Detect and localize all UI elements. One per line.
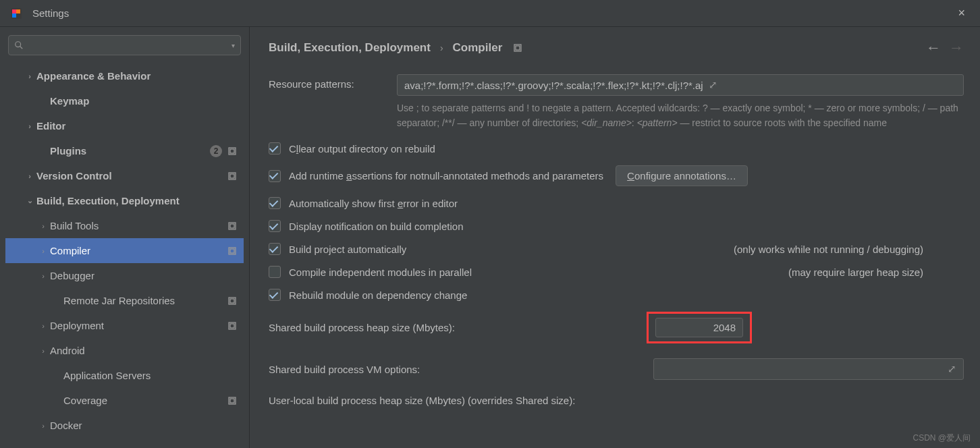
rebuild-dep-checkbox[interactable] <box>269 289 281 301</box>
resource-patterns-input[interactable]: ava;!?*.form;!?*.class;!?*.groovy;!?*.sc… <box>397 74 964 96</box>
parallel-label: Compile independent modules in parallel <box>289 267 472 278</box>
vm-options-label: Shared build process VM options: <box>269 364 653 375</box>
chevron-icon: › <box>24 122 35 130</box>
chevron-icon: › <box>38 347 49 355</box>
settings-tree: ›Appearance & BehaviorKeymap›EditorPlugi… <box>5 63 244 440</box>
window-title: Settings <box>32 7 69 19</box>
close-icon[interactable]: × <box>952 3 971 23</box>
clear-output-label: Cllear output directory on rebuild <box>289 143 435 155</box>
sidebar-item[interactable]: ›Deployment <box>5 313 244 338</box>
search-input[interactable]: ▾ <box>8 35 241 55</box>
parallel-note: (may require larger heap size) <box>788 267 964 278</box>
chevron-icon: › <box>38 272 49 280</box>
build-auto-label: Build project automatically <box>289 244 406 255</box>
resource-patterns-row: Resource patterns: ava;!?*.form;!?*.clas… <box>269 74 964 96</box>
search-icon <box>14 40 24 50</box>
expand-icon[interactable]: ⤢ <box>709 79 717 91</box>
chevron-icon: › <box>38 422 49 430</box>
svg-rect-1 <box>12 9 16 13</box>
search-field[interactable] <box>26 40 232 51</box>
clear-output-checkbox[interactable] <box>269 142 281 155</box>
chevron-icon: › <box>38 222 49 230</box>
sidebar-item[interactable]: Keymap <box>5 88 244 113</box>
sidebar-item-label: Plugins <box>50 145 210 157</box>
sidebar-item-label: Application Servers <box>63 370 237 381</box>
sidebar-item[interactable]: ›Android <box>5 338 244 363</box>
watermark: CSDN @爱人间 <box>913 432 971 444</box>
sidebar-item-label: Build Tools <box>50 220 227 231</box>
auto-error-checkbox-row: Automatically show first error in editor <box>269 197 964 209</box>
badge: 2 <box>210 145 222 157</box>
svg-rect-2 <box>16 9 20 13</box>
breadcrumb-root[interactable]: Build, Execution, Deployment <box>269 41 431 55</box>
sidebar-item[interactable]: ›Debugger <box>5 263 244 288</box>
sidebar-item-label: Compiler <box>50 245 227 256</box>
build-auto-note: (only works while not running / debuggin… <box>734 244 964 255</box>
svg-rect-22 <box>516 46 520 50</box>
sidebar-item-label: Android <box>50 345 237 356</box>
chevron-right-icon: › <box>440 43 443 53</box>
sidebar-item-label: Keymap <box>50 95 237 107</box>
search-caret-icon: ▾ <box>232 42 235 49</box>
chevron-icon: › <box>38 322 49 330</box>
svg-rect-12 <box>230 224 234 228</box>
notification-label: Display notification on build completion <box>289 221 463 232</box>
sidebar-item[interactable]: Remote Jar Repositories <box>5 288 244 313</box>
breadcrumb-current: Compiler <box>453 41 503 55</box>
svg-rect-16 <box>230 299 234 303</box>
sidebar-item[interactable]: ›Editor <box>5 113 244 138</box>
sidebar-item[interactable]: ›Build Tools <box>5 213 244 238</box>
project-scope-icon <box>227 146 237 156</box>
sidebar-item[interactable]: Coverage <box>5 388 244 413</box>
sidebar-item[interactable]: ›Docker <box>5 413 244 438</box>
chevron-icon: ⌄ <box>24 196 35 205</box>
sidebar-item[interactable]: ›Appearance & Behavior <box>5 63 244 88</box>
build-auto-checkbox[interactable] <box>269 243 281 255</box>
svg-point-5 <box>16 42 21 47</box>
notification-checkbox-row: Display notification on build completion <box>269 220 964 232</box>
sidebar-item-label: Version Control <box>36 170 227 181</box>
app-icon <box>9 7 23 20</box>
project-scope-icon <box>227 296 237 306</box>
auto-error-label: Automatically show first error in editor <box>289 198 458 209</box>
project-scope-icon <box>227 171 237 181</box>
sidebar-item-label: Editor <box>36 120 237 132</box>
user-heap-label: User-local build process heap size (Mbyt… <box>269 395 575 406</box>
breadcrumb: Build, Execution, Deployment › Compiler … <box>269 39 964 57</box>
chevron-icon: › <box>24 172 35 180</box>
user-heap-row: User-local build process heap size (Mbyt… <box>269 395 964 406</box>
sidebar-item[interactable]: Application Servers <box>5 363 244 388</box>
project-scope-icon <box>513 43 522 53</box>
project-scope-icon <box>227 321 237 331</box>
sidebar-item[interactable]: ›Version Control <box>5 163 244 188</box>
parallel-checkbox-row: Compile independent modules in parallel … <box>269 266 964 278</box>
expand-icon[interactable]: ⤢ <box>948 363 956 375</box>
configure-annotations-button[interactable]: Configure annotations… <box>616 165 748 186</box>
resource-patterns-label: Resource patterns: <box>269 74 397 90</box>
sidebar-item-label: Remote Jar Repositories <box>63 295 227 306</box>
project-scope-icon <box>227 396 237 405</box>
sidebar: ▾ ›Appearance & BehaviorKeymap›EditorPlu… <box>0 27 250 448</box>
sidebar-item[interactable]: Plugins2 <box>5 138 244 163</box>
auto-error-checkbox[interactable] <box>269 197 281 209</box>
nav-forward-icon: → <box>949 39 964 57</box>
svg-line-6 <box>20 47 23 49</box>
parallel-checkbox[interactable] <box>269 266 281 278</box>
sidebar-item-label: Build, Execution, Deployment <box>36 195 237 206</box>
nav-back-icon[interactable]: ← <box>926 39 941 57</box>
assertions-checkbox[interactable] <box>269 170 281 182</box>
svg-rect-8 <box>230 149 234 153</box>
svg-rect-18 <box>230 324 234 328</box>
clear-output-checkbox-row: Cllear output directory on rebuild <box>269 142 964 155</box>
content: Build, Execution, Deployment › Compiler … <box>250 27 980 448</box>
sidebar-item-label: Appearance & Behavior <box>36 70 237 82</box>
vm-options-input[interactable]: ⤢ <box>653 358 964 380</box>
sidebar-item[interactable]: ⌄Build, Execution, Deployment <box>5 188 244 213</box>
svg-rect-3 <box>12 13 16 18</box>
sidebar-item[interactable]: ›Compiler <box>5 238 244 263</box>
heap-size-input[interactable] <box>655 318 743 337</box>
assertions-checkbox-row: Add runtime assertions for notnull-annot… <box>269 165 964 186</box>
svg-rect-10 <box>230 174 234 178</box>
vm-options-row: Shared build process VM options: ⤢ <box>269 358 964 380</box>
notification-checkbox[interactable] <box>269 220 281 232</box>
